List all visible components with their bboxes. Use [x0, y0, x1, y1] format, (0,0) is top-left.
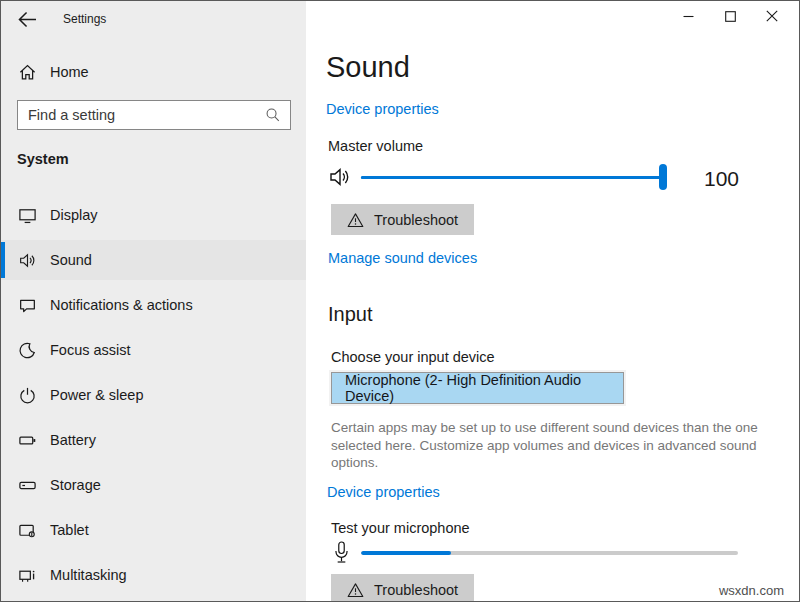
sidebar-item-label: Home	[50, 64, 89, 80]
sidebar-item-label: Sound	[50, 252, 92, 268]
sidebar-item-label: Display	[50, 207, 98, 223]
troubleshoot-label: Troubleshoot	[374, 212, 458, 228]
back-button[interactable]	[15, 8, 39, 30]
minimize-button[interactable]	[667, 1, 709, 31]
warning-icon	[347, 582, 364, 598]
sidebar-item-tablet[interactable]: Tablet	[1, 510, 306, 550]
selected-input-device: Microphone (2- High Definition Audio Dev…	[345, 372, 623, 404]
maximize-icon	[725, 11, 736, 22]
sidebar-item-label: Power & sleep	[50, 387, 144, 403]
warning-icon	[347, 212, 364, 228]
input-device-properties-link[interactable]: Device properties	[327, 484, 440, 500]
sidebar-section-system: System	[17, 151, 69, 167]
master-volume-slider-row	[328, 161, 663, 193]
watermark: wsxdn.com	[719, 583, 784, 598]
app-title: Settings	[63, 12, 106, 26]
device-properties-link[interactable]: Device properties	[326, 101, 439, 117]
main-content: Sound Device properties Master volume 10…	[306, 1, 799, 601]
troubleshoot-button[interactable]: Troubleshoot	[331, 204, 474, 235]
master-volume-label: Master volume	[328, 138, 423, 154]
speaker-icon	[17, 250, 37, 270]
input-troubleshoot-button[interactable]: Troubleshoot	[331, 574, 474, 602]
speaker-volume-icon[interactable]	[328, 165, 352, 189]
microphone-level-fill	[361, 551, 451, 555]
sidebar-item-focus-assist[interactable]: Focus assist	[1, 330, 306, 370]
close-icon	[766, 10, 778, 22]
moon-icon	[17, 340, 37, 360]
sidebar-item-label: Focus assist	[50, 342, 131, 358]
microphone-icon	[333, 540, 350, 567]
minimize-icon	[683, 11, 694, 22]
sidebar-item-label: Storage	[50, 477, 101, 493]
window-controls	[667, 1, 793, 31]
battery-icon	[17, 430, 37, 450]
page-title: Sound	[326, 51, 410, 84]
notifications-icon	[17, 295, 37, 315]
sidebar-item-label: Tablet	[50, 522, 89, 538]
titlebar-left: Settings	[1, 1, 306, 37]
search-input[interactable]	[18, 107, 265, 123]
input-device-dropdown[interactable]: Microphone (2- High Definition Audio Dev…	[331, 372, 624, 404]
close-button[interactable]	[751, 1, 793, 31]
sidebar-item-sound[interactable]: Sound	[1, 240, 306, 280]
master-volume-slider-fill	[361, 176, 663, 179]
sidebar-item-label: Notifications & actions	[50, 297, 193, 313]
input-section-title: Input	[328, 303, 372, 326]
sidebar-item-display[interactable]: Display	[1, 195, 306, 235]
master-volume-slider[interactable]	[361, 176, 663, 179]
back-arrow-icon	[18, 11, 37, 28]
troubleshoot-label: Troubleshoot	[374, 582, 458, 598]
sidebar-item-home[interactable]: Home	[17, 59, 89, 85]
sidebar-item-notifications[interactable]: Notifications & actions	[1, 285, 306, 325]
apps-note-text: Certain apps may be set up to use differ…	[331, 419, 761, 472]
master-volume-slider-thumb[interactable]	[659, 164, 667, 190]
multitasking-icon	[17, 565, 37, 585]
microphone-level-meter	[361, 551, 738, 555]
microphone-meter-row	[333, 537, 738, 569]
choose-input-device-label: Choose your input device	[331, 349, 495, 365]
master-volume-value: 100	[704, 167, 739, 191]
maximize-button[interactable]	[709, 1, 751, 31]
sidebar-item-label: Battery	[50, 432, 96, 448]
search-box	[17, 100, 291, 130]
sidebar-item-power-sleep[interactable]: Power & sleep	[1, 375, 306, 415]
test-microphone-label: Test your microphone	[331, 520, 470, 536]
sidebar-item-storage[interactable]: Storage	[1, 465, 306, 505]
power-icon	[17, 385, 37, 405]
settings-window: Settings Home System Display	[0, 0, 800, 602]
sidebar-item-label: Multitasking	[50, 567, 127, 583]
home-icon	[17, 62, 37, 82]
display-icon	[17, 205, 37, 225]
sidebar: Settings Home System Display	[1, 1, 306, 601]
tablet-icon	[17, 520, 37, 540]
sidebar-item-battery[interactable]: Battery	[1, 420, 306, 460]
manage-sound-devices-link[interactable]: Manage sound devices	[328, 250, 477, 266]
sidebar-item-multitasking[interactable]: Multitasking	[1, 555, 306, 595]
search-icon[interactable]	[265, 107, 281, 123]
sidebar-nav: Display Sound Notifications & actions Fo…	[1, 195, 306, 600]
storage-icon	[17, 475, 37, 495]
